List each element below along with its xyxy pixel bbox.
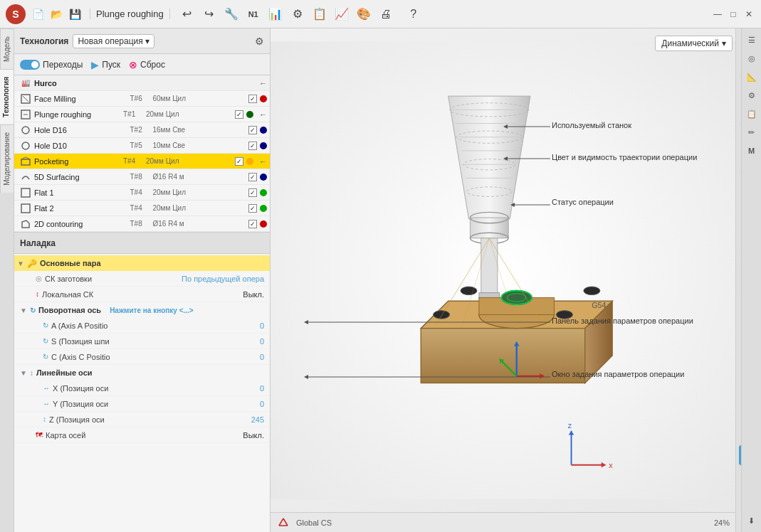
right-panel: G54 x z xyxy=(271,28,761,532)
axis-a-value[interactable]: 0 xyxy=(260,321,264,330)
op-plunge-roughing[interactable]: Plunge roughing T#1 20мм Цил ← xyxy=(14,107,270,122)
param-subgroup-linear[interactable]: ▼ ↕ Линейные оси xyxy=(14,365,270,381)
clipboard-btn[interactable]: 📋 xyxy=(310,4,330,24)
op-check-7[interactable] xyxy=(248,204,257,213)
fr-btn-6[interactable]: ✏ xyxy=(743,124,760,141)
op-color-2 xyxy=(260,127,267,134)
spindle-s-label: S (Позиция шпи xyxy=(51,337,257,346)
transitions-toggle[interactable]: Переходы xyxy=(20,60,83,70)
op-pocketing[interactable]: Pocketing T#4 20мм Цил ← xyxy=(14,154,270,169)
z-axis-value[interactable]: 245 xyxy=(251,415,264,424)
spindle-s-value[interactable]: 0 xyxy=(260,337,264,346)
fr-btn-down[interactable]: ⬇ xyxy=(743,512,760,529)
op-2d-contouring[interactable]: 2D contouring T#8 Ø16 R4 м xyxy=(14,216,270,232)
axis-c-value[interactable]: 0 xyxy=(260,353,264,361)
redo-btn[interactable]: ↪ xyxy=(199,4,219,24)
reset-icon: ⊗ xyxy=(129,59,137,70)
op-icon-7 xyxy=(20,203,31,214)
op-check-5[interactable] xyxy=(248,173,257,181)
open-file-icon[interactable]: 📂 xyxy=(48,6,64,22)
povor-value[interactable]: Нажмите на кнопку <...> xyxy=(110,307,194,314)
karta-icon: 🗺 xyxy=(36,431,43,439)
fr-btn-4[interactable]: ⚙ xyxy=(743,87,760,104)
op-tool-3: T#5 xyxy=(130,142,150,149)
param-axis-c: ↻ C (Axis C Positio 0 xyxy=(14,349,270,365)
stats-btn[interactable]: 📈 xyxy=(332,4,352,24)
scene-bg: G54 x z xyxy=(271,28,735,512)
svg-point-33 xyxy=(584,287,600,295)
print-btn[interactable]: 🖨 xyxy=(376,4,396,24)
op-flat2[interactable]: Flat 2 T#4 20мм Цил xyxy=(14,201,270,216)
reset-button[interactable]: ⊗ Сброс xyxy=(129,59,165,70)
dynamic-button[interactable]: Динамический ▾ xyxy=(655,36,733,51)
param-value-sk[interactable]: По предыдущей опера xyxy=(182,275,264,283)
new-op-arrow-icon: ▾ xyxy=(145,36,149,46)
new-operation-button[interactable]: Новая операция ▾ xyxy=(73,34,154,48)
op-check-6[interactable] xyxy=(248,188,257,197)
params-tree: ▼ 🔑 Основные пара ◎ СК заготовки По пред… xyxy=(14,254,270,445)
svg-rect-10 xyxy=(21,204,30,213)
run-button[interactable]: ▶ Пуск xyxy=(91,59,120,70)
op-check-1[interactable] xyxy=(235,110,243,119)
n1-btn[interactable]: N1 xyxy=(243,4,263,24)
bottom-bar: Global CS 24% xyxy=(271,512,735,532)
machine-item[interactable]: 🏭 Hurco ← xyxy=(14,75,270,91)
tab-technology[interactable]: Технология xyxy=(0,69,14,124)
fr-btn-1[interactable]: ☰ xyxy=(743,31,760,48)
new-file-icon[interactable]: 📄 xyxy=(30,6,46,22)
operations-list: 🏭 Hurco ← Face Milling T#6 60мм Цил Plun… xyxy=(14,75,270,233)
fr-btn-7[interactable]: M xyxy=(743,142,760,159)
play-icon: ▶ xyxy=(91,59,99,70)
settings-tool-btn[interactable]: 🔧 xyxy=(221,4,241,24)
fr-btn-5[interactable]: 📋 xyxy=(743,105,760,122)
cs-label: Global CS xyxy=(296,518,332,527)
param-value-local[interactable]: Выкл. xyxy=(243,290,264,299)
op-check-0[interactable] xyxy=(248,95,257,103)
naladka-header: Наладка xyxy=(14,233,270,254)
op-face-milling[interactable]: Face Milling T#6 60мм Цил xyxy=(14,91,270,107)
chart-btn[interactable]: 📊 xyxy=(266,4,285,24)
cs-icon xyxy=(276,516,290,530)
op-tool-8: T#8 xyxy=(130,220,150,228)
tab-modeling[interactable]: Моделирование xyxy=(0,124,14,193)
fr-btn-2[interactable]: ◎ xyxy=(743,50,760,67)
param-subgroup-povorот[interactable]: ▼ ↻ Поворотная ось Нажмите на кнопку <..… xyxy=(14,302,270,318)
gear-btn[interactable]: ⚙ xyxy=(288,4,308,24)
run-label: Пуск xyxy=(102,60,120,70)
minimize-btn[interactable]: — xyxy=(711,8,724,21)
op-check-8[interactable] xyxy=(248,220,257,228)
param-icon-local: ↕ xyxy=(36,290,39,298)
op-5d-surfacing[interactable]: 5D Surfacing T#8 Ø16 R4 м xyxy=(14,169,270,185)
y-axis-value[interactable]: 0 xyxy=(260,400,264,408)
op-color-6 xyxy=(260,189,267,196)
op-check-3[interactable] xyxy=(248,142,257,150)
op-hole-d16[interactable]: Hole D16 T#2 16мм Све xyxy=(14,122,270,138)
op-hole-d10[interactable]: Hole D10 T#5 10мм Све xyxy=(14,138,270,154)
tab-model[interactable]: Модель xyxy=(0,28,14,69)
machine-name: Hurco xyxy=(34,79,256,87)
tech-header: Технология Новая операция ▾ ⚙ xyxy=(14,28,270,54)
param-spindle-s: ↻ S (Позиция шпи 0 xyxy=(14,334,270,349)
help-btn[interactable]: ? xyxy=(404,4,424,24)
bottom-bar-right: 24% xyxy=(714,518,730,527)
op-name-4: Pocketing xyxy=(34,157,120,166)
svg-rect-9 xyxy=(21,188,30,197)
op-check-2[interactable] xyxy=(248,126,257,134)
op-check-4[interactable] xyxy=(235,157,243,166)
param-group-main[interactable]: ▼ 🔑 Основные пара xyxy=(14,255,270,271)
karta-value[interactable]: Выкл. xyxy=(243,431,264,440)
op-tool-5: T#8 xyxy=(130,173,150,181)
fr-btn-3[interactable]: 📐 xyxy=(743,68,760,85)
save-file-icon[interactable]: 💾 xyxy=(67,6,83,22)
tech-settings-icon[interactable]: ⚙ xyxy=(255,36,264,47)
close-btn[interactable]: ✕ xyxy=(742,8,755,21)
op-flat1[interactable]: Flat 1 T#4 20мм Цил xyxy=(14,185,270,201)
maximize-btn[interactable]: □ xyxy=(727,8,740,21)
op-icon-0 xyxy=(20,93,31,105)
undo-btn[interactable]: ↩ xyxy=(177,4,197,24)
palette-btn[interactable]: 🎨 xyxy=(354,4,374,24)
x-axis-value[interactable]: 0 xyxy=(260,384,264,393)
op-name-5: 5D Surfacing xyxy=(34,173,127,181)
op-tool-7: T#4 xyxy=(130,204,150,212)
annotation-1: Используемый станок xyxy=(552,121,631,129)
